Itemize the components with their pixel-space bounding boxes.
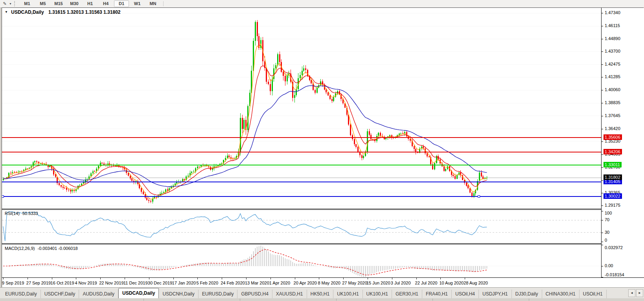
tab-EURUSD-Daily[interactable]: EURUSD,Daily <box>199 290 238 298</box>
macd-indicator-label: MACD(12,26,9) -0.003401 -0.006018 <box>5 246 78 251</box>
date-tick <box>100 278 101 279</box>
tab-USOil-H1[interactable]: USOil,H1 <box>580 290 607 298</box>
macd-tick-label: 0.032972 <box>605 245 623 250</box>
axis-tick <box>602 242 603 242</box>
macd-tick-label: 0.00 <box>605 263 613 268</box>
toolbar-separator <box>163 1 164 6</box>
hline-handle[interactable] <box>478 196 480 198</box>
tab-UK100-H1[interactable]: UK100,H1 <box>363 290 392 298</box>
date-tick <box>197 278 198 279</box>
axis-tick <box>602 206 603 206</box>
hline-price-label: 1.33011 <box>604 162 622 167</box>
macd-name: MACD(12,26,9) <box>5 246 35 251</box>
timeframe-D1-button[interactable]: D1 <box>114 0 129 7</box>
date-label: 8 May 2020 <box>318 281 340 285</box>
tab-GER30-H1[interactable]: GER30,H1 <box>392 290 422 298</box>
date-label: 4 Nov 2019 <box>75 281 97 285</box>
toolbar-grip[interactable] <box>14 1 17 6</box>
date-tick <box>149 278 149 279</box>
tab-FRA40-H1[interactable]: FRA40,H1 <box>422 290 452 298</box>
timeframe-MN-button[interactable]: MN <box>145 0 160 7</box>
axis-tick <box>602 193 603 193</box>
tab-GBPUSD-H4[interactable]: GBPUSD,H4 <box>237 290 272 298</box>
timeframe-H4-button[interactable]: H4 <box>98 0 113 7</box>
tab-scroll-left-icon[interactable]: ◄ <box>628 289 635 297</box>
date-tick <box>319 278 319 279</box>
rsi-tick-label: 30 <box>605 230 609 235</box>
axis-tick <box>602 233 603 233</box>
date-label: 22 Jul 2020 <box>415 281 438 285</box>
tab-XAUUSD-H1[interactable]: XAUUSD,H1 <box>272 290 307 298</box>
axis-tick <box>602 13 603 13</box>
price-tick-label: 1.29175 <box>605 203 620 207</box>
tab-scroll-right-icon[interactable]: ► <box>636 289 643 297</box>
rsi-pane[interactable] <box>2 210 601 243</box>
date-tick <box>246 278 247 279</box>
date-label: 27 Sep 2019 <box>26 281 51 285</box>
rsi-line <box>3 212 487 241</box>
tab-EURUSD-Daily[interactable]: EURUSD,Daily <box>2 290 41 298</box>
chevron-down-icon[interactable]: ▼ <box>8 1 13 7</box>
date-tick <box>125 278 125 279</box>
date-label: 30 Dec 2019 <box>148 281 172 285</box>
main-chart-pane[interactable] <box>2 8 601 209</box>
date-label: 9 Sep 2019 <box>2 281 24 285</box>
axis-tick <box>602 129 603 129</box>
tab-USDCHF-Daily[interactable]: USDCHF,Daily <box>41 290 79 298</box>
hline-price-label: 1.35606 <box>604 134 622 140</box>
tab-USDCAD-Daily[interactable]: USDCAD,Daily <box>118 288 159 298</box>
chart-dropdown-icon[interactable]: ▼ <box>5 10 8 14</box>
date-label: 3 Jul 2020 <box>391 281 411 285</box>
tab-HK50-H1[interactable]: HK50,H1 <box>307 290 334 298</box>
date-label: 24 Feb 2020 <box>221 281 245 285</box>
hline-handle[interactable] <box>2 196 4 198</box>
tab-USDCNH-Daily[interactable]: USDCNH,Daily <box>159 290 198 298</box>
chart-title: ▼ USDCAD,Daily 1.31615 1.32013 1.31563 1… <box>5 9 120 15</box>
strip-mark <box>240 299 240 301</box>
tab-DJ30-Daily[interactable]: DJ30,Daily <box>512 290 542 298</box>
timeframe-button-group: M1M5M15M30H1H4D1W1MN <box>19 0 161 7</box>
macd-pane[interactable] <box>2 244 601 277</box>
date-tick <box>270 278 271 279</box>
price-tick-label: 1.41285 <box>605 74 620 79</box>
rsi-value: 50.5333 <box>22 211 38 216</box>
axis-tick <box>602 266 603 266</box>
date-tick <box>392 278 392 279</box>
price-axis: 1.473401.461151.448901.437001.424751.412… <box>601 8 644 277</box>
strip-mark <box>432 299 433 301</box>
date-label: 15 Jun 2020 <box>366 281 390 285</box>
date-label: 10 Aug 2020 <box>439 281 464 285</box>
ma-medium-line <box>3 66 487 195</box>
tab-USOil-H4[interactable]: USOil,H4 <box>452 290 479 298</box>
timeframe-M1-button[interactable]: M1 <box>20 0 35 7</box>
ma-fast-line <box>3 44 487 199</box>
timeframe-W1-button[interactable]: W1 <box>130 0 145 7</box>
axis-tick <box>602 167 603 168</box>
tab-AUDUSD-Daily[interactable]: AUDUSD,Daily <box>79 290 118 298</box>
tab-USDJPY-H1[interactable]: USDJPY,H1 <box>479 290 512 298</box>
hline-price-label: 1.30022 <box>604 193 622 199</box>
line-studies-icon[interactable]: ✎ <box>1 1 8 7</box>
rsi-tick-label: 0 <box>605 238 607 242</box>
axis-tick <box>602 103 603 103</box>
axis-tick <box>602 220 603 220</box>
rsi-tick-label: 70 <box>605 217 609 222</box>
timeframe-M15-button[interactable]: M15 <box>51 0 66 7</box>
date-label: 11 Dec 2019 <box>123 281 148 285</box>
price-tick-label: 1.40060 <box>605 87 620 92</box>
price-tick-label: 1.43700 <box>605 49 620 53</box>
price-tick-label: 1.38835 <box>605 100 620 105</box>
axis-tick <box>602 39 603 39</box>
timeframe-M30-button[interactable]: M30 <box>67 0 82 7</box>
axis-tick <box>602 116 603 116</box>
date-tick <box>368 278 368 279</box>
axis-tick <box>602 141 603 142</box>
axis-tick <box>602 51 603 52</box>
tab-CHINA300-H1[interactable]: CHINA300,H1 <box>542 290 580 298</box>
date-axis: 9 Sep 201927 Sep 201916 Oct 20194 Nov 20… <box>2 278 644 287</box>
timeframe-M5-button[interactable]: M5 <box>35 0 50 7</box>
tab-UK100-H1[interactable]: UK100,H1 <box>333 290 362 298</box>
macd-signal-line <box>3 250 487 275</box>
timeframe-H1-button[interactable]: H1 <box>83 0 98 7</box>
macd-histogram <box>9 246 487 277</box>
